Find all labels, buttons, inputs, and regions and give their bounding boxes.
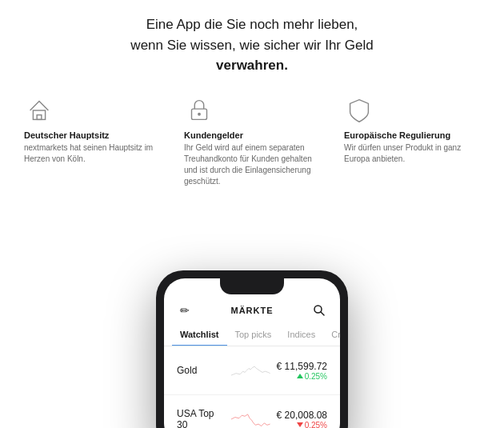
usa-top30-chart — [231, 405, 270, 428]
up-arrow-icon — [297, 374, 303, 378]
feature-customer-funds: Kundengelder Ihr Geld wird auf einem sep… — [184, 95, 320, 187]
tab-watchlist[interactable]: Watchlist — [172, 323, 227, 346]
gold-price: € 11,599.72 — [277, 361, 327, 372]
market-tabs: Watchlist Top picks Indices Crypt — [164, 323, 340, 346]
lock-icon — [184, 95, 214, 126]
app-content: ✏ MÄRKTE Watchlist Top pick — [164, 294, 340, 428]
shield-icon — [344, 95, 374, 126]
search-icon[interactable] — [311, 302, 327, 318]
feature-headquarters-title: Deutscher Hauptsitz — [24, 130, 109, 140]
edit-icon[interactable]: ✏ — [177, 302, 193, 318]
svg-point-3 — [198, 112, 201, 115]
feature-eu-regulation-title: Europäische Regulierung — [344, 130, 450, 140]
feature-customer-funds-desc: Ihr Geld wird auf einem separaten Treuha… — [184, 142, 320, 187]
phone-notch — [220, 278, 284, 294]
gold-price-block: € 11,599.72 0.25% — [277, 361, 327, 381]
feature-headquarters-desc: nextmarkets hat seinen Hauptsitz im Herz… — [24, 142, 160, 165]
app-header-title: MÄRKTE — [193, 306, 311, 315]
hero-line1: Eine App die Sie noch mehr lieben, — [146, 17, 358, 32]
hero-line2: wenn Sie wissen, wie sicher wir Ihr Geld — [130, 38, 373, 53]
feature-eu-regulation: Europäische Regulierung Wir dürfen unser… — [344, 95, 480, 187]
market-item-usa-top-30[interactable]: USA Top 30 € 20,008.08 0.25% — [164, 395, 340, 428]
down-arrow-icon — [297, 422, 303, 427]
feature-eu-regulation-desc: Wir dürfen unser Produkt in ganz Europa … — [344, 142, 480, 165]
tab-crypto[interactable]: Crypt — [323, 323, 340, 346]
market-item-gold[interactable]: Gold € 11,599.72 0.25% — [164, 346, 340, 395]
hero-section: Eine App die Sie noch mehr lieben, wenn … — [0, 0, 504, 87]
usa-top30-name: USA Top 30 — [177, 408, 225, 428]
features-section: Deutscher Hauptsitz nextmarkets hat sein… — [0, 87, 504, 187]
tab-indices[interactable]: Indices — [279, 323, 323, 346]
gold-chart — [231, 356, 270, 385]
house-icon — [24, 95, 54, 126]
svg-rect-1 — [37, 114, 42, 119]
hero-line3: verwahren. — [216, 58, 288, 73]
feature-customer-funds-title: Kundengelder — [184, 130, 243, 140]
phone-outer: ✏ MÄRKTE Watchlist Top pick — [156, 270, 348, 428]
feature-headquarters: Deutscher Hauptsitz nextmarkets hat sein… — [24, 95, 160, 187]
app-header: ✏ MÄRKTE — [164, 294, 340, 323]
usa-top30-price: € 20,008.08 — [277, 410, 327, 421]
usa-top30-price-block: € 20,008.08 0.25% — [277, 410, 327, 429]
gold-name: Gold — [177, 365, 225, 376]
phone-screen: ✏ MÄRKTE Watchlist Top pick — [164, 278, 340, 428]
tab-top-picks[interactable]: Top picks — [227, 323, 280, 346]
usa-top30-change: 0.25% — [277, 421, 327, 429]
phone-mockup: ✏ MÄRKTE Watchlist Top pick — [156, 270, 348, 428]
gold-change: 0.25% — [277, 372, 327, 381]
